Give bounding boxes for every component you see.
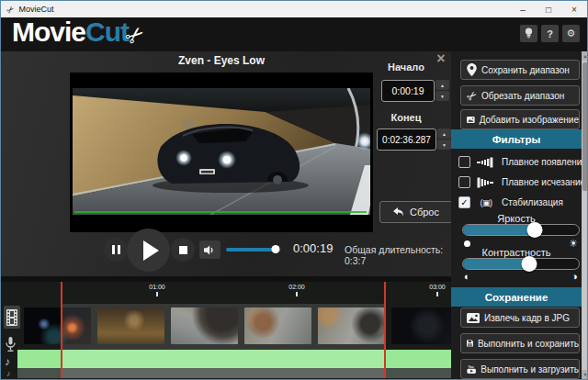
end-spinner-down[interactable]: ▼ [437,140,451,150]
fade-out-icon [476,177,496,188]
add-image-button[interactable]: Добавить изображение [460,109,580,129]
fade-in-icon [476,157,496,168]
start-spinner-up[interactable]: ▲ [435,80,449,90]
end-time-input[interactable] [377,129,436,151]
range-start-marker[interactable] [61,282,62,378]
volume-thumb[interactable] [272,245,280,253]
film-icon [6,309,17,326]
extract-frame-button[interactable]: Извлечь кадр в JPG [460,307,580,328]
volume-slider[interactable] [226,248,281,251]
mute-button[interactable] [199,240,220,259]
end-spinner: ▲ ▼ [437,129,451,150]
timeline-thumbnail[interactable] [97,307,164,344]
scroll-up-icon[interactable]: ▲ [582,51,588,61]
timeline-thumbnail[interactable] [24,307,91,344]
ruler-timestamp: 03:00 [424,284,451,290]
save-range-label: Сохранить диапазон [481,65,570,75]
cut-range-button[interactable]: ✂ Обрезать диапазон [460,85,580,106]
save-range-button[interactable]: Сохранить диапазон [460,60,580,80]
pause-button[interactable] [104,238,128,262]
fade-out-label: Плавное исчезание [502,177,585,187]
start-spinner: ▲ ▼ [435,80,449,101]
filters-title: Фильтры [492,134,541,145]
timeline[interactable]: 01:00 02:00 03:00 ♪ ♪ [1,276,451,379]
play-icon [143,240,159,261]
end-spinner-up[interactable]: ▲ [437,129,451,139]
video-frame [73,88,370,215]
current-time: 0:00:19 [293,241,333,255]
tips-button[interactable] [520,25,537,42]
logo-movie: Movie [12,17,85,47]
run-upload-label: Выполнить и загрузить [481,364,579,374]
maximize-button[interactable]: □ [536,1,561,17]
video-track-button[interactable] [4,306,20,329]
settings-button[interactable]: ⚙ [562,25,580,42]
fade-out-checkbox[interactable]: ✓ [458,176,470,188]
stabilization-row[interactable]: ✓ (▣) Стабилизация [458,196,563,209]
ruler-tick [296,292,298,296]
contrast-high-icon: ◑ [571,272,578,281]
video-player[interactable] [70,73,373,232]
youtube-icon: You [467,363,476,375]
right-panel: Сохранить диапазон ✂ Обрезать диапазон Д… [451,51,588,379]
voice-track-button[interactable] [5,337,17,352]
fade-out-row[interactable]: ✓ Плавное исчезание [458,175,585,189]
stop-icon [179,246,187,254]
panel-scrollbar[interactable]: ▲ ▼ [582,51,588,379]
add-image-label: Добавить изображение [480,115,579,125]
brightness-thumb[interactable] [527,222,543,238]
minimize-button[interactable]: – [510,1,536,17]
scrollbar-thumb[interactable] [582,62,588,191]
range-end-marker[interactable] [384,282,386,378]
timeline-thumbnail[interactable] [244,307,311,344]
pause-icon [112,245,115,254]
speaker-icon [204,245,216,255]
app-scissors-icon: ✂ [4,3,17,16]
run-upload-button[interactable]: You Выполнить и загрузить [460,359,580,379]
timeline-thumbnail[interactable] [171,307,238,344]
contrast-fill [463,259,529,269]
contrast-thumb[interactable] [521,256,537,272]
app-window: ✂ MovieCut – □ × MovieCut✂ ? ⚙ Zven - Ey… [0,0,588,380]
close-button[interactable]: × [561,1,587,17]
brightness-label: Яркость [451,213,582,224]
svg-text:You: You [468,365,473,369]
help-button[interactable]: ? [541,25,559,42]
volume-fill [226,248,276,251]
extract-frame-label: Извлечь кадр в JPG [484,313,570,323]
audio-waveform-track[interactable] [17,350,451,368]
brightness-fill [463,225,535,235]
fade-in-checkbox[interactable]: ✓ [458,156,470,168]
brightness-slider[interactable] [462,224,580,236]
save-title: Сохранение [485,292,548,303]
start-spinner-down[interactable]: ▼ [435,91,449,101]
scissors-icon: ✂ [463,87,480,105]
scroll-down-icon[interactable]: ▼ [582,370,588,379]
timeline-thumbnail[interactable] [391,307,451,344]
titlebar: ✂ MovieCut – □ × [1,1,587,17]
end-label: Конец [374,112,438,123]
sound-track-button[interactable]: ♪ [6,369,11,378]
play-button[interactable] [127,229,170,272]
contrast-slider[interactable] [462,258,580,270]
fade-in-row[interactable]: ✓ Плавное появление [458,155,587,169]
ruler-tick [156,292,158,296]
stabilization-checkbox[interactable]: ✓ [458,196,470,208]
reset-button[interactable]: Сброс [379,201,453,223]
cut-range-label: Обрезать диапазон [481,91,564,101]
app-header: MovieCut✂ ? ⚙ [1,17,587,51]
timeline-thumbnail[interactable] [318,307,385,344]
undo-arrow-icon [393,207,404,217]
start-time-input[interactable] [381,80,435,102]
fade-in-label: Плавное появление [502,157,587,167]
microphone-icon [5,337,17,352]
music-track-button[interactable]: ♪ [5,355,10,368]
run-save-label: Выполнить и сохранить [478,339,579,349]
stop-button[interactable] [171,238,195,262]
contrast-scale-icons: ◐ ◑ [464,272,578,281]
gear-icon: ⚙ [567,28,576,39]
reset-label: Сброс [410,207,439,218]
run-save-button[interactable]: Выполнить и сохранить [460,333,580,353]
app-logo: MovieCut✂ [12,17,143,49]
secondary-track[interactable] [17,368,451,378]
